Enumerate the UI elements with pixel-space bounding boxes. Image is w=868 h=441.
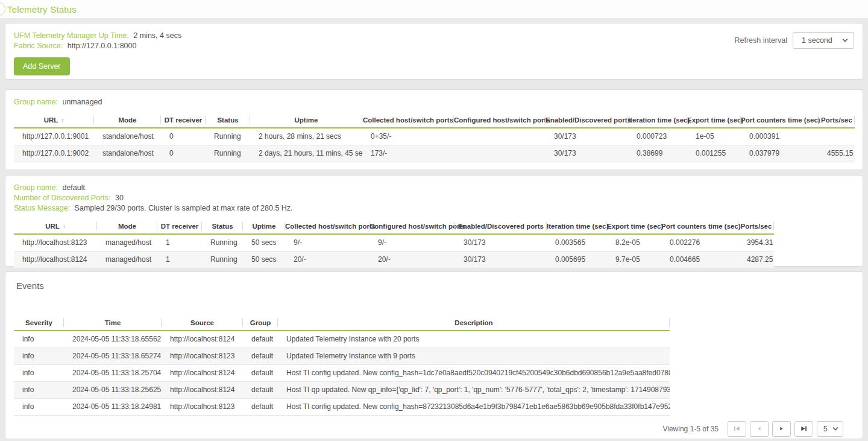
table-cell: 0.002276 bbox=[661, 234, 738, 251]
first-page-button[interactable] bbox=[728, 421, 746, 437]
table-cell: 2 days, 21 hours, 11 mins, 45 secs bbox=[250, 145, 362, 162]
table-cell: Running bbox=[202, 234, 243, 251]
column-header[interactable]: Status bbox=[202, 218, 243, 234]
column-header[interactable]: Severity bbox=[14, 315, 64, 331]
table-cell: 2024-05-05 11:33:18.256252 bbox=[64, 381, 162, 398]
column-header[interactable]: Configured host/switch ports bbox=[370, 218, 455, 234]
table-cell: info bbox=[14, 398, 64, 415]
discovered-ports-value: 30 bbox=[115, 194, 124, 202]
events-panel: Events SeverityTimeSourceGroupDescriptio… bbox=[5, 271, 863, 439]
refresh-interval-select[interactable]: 1 second bbox=[793, 32, 854, 49]
column-header[interactable]: Status bbox=[206, 112, 250, 128]
fabric-source-label: Fabric Source: bbox=[14, 42, 63, 50]
table-cell: 2024-05-05 11:33:18.249813 bbox=[64, 398, 162, 415]
column-header[interactable]: Collected host/switch ports bbox=[362, 112, 454, 128]
table-cell bbox=[454, 128, 546, 145]
column-header[interactable]: Uptime bbox=[250, 112, 362, 128]
events-table: SeverityTimeSourceGroupDescriptioninfo20… bbox=[14, 315, 670, 416]
pagination-summary: Viewing 1-5 of 35 bbox=[662, 425, 719, 433]
table-cell: 20/- bbox=[285, 251, 370, 268]
column-header[interactable]: Configured host/switch ports bbox=[454, 112, 546, 128]
group-name-value: default bbox=[62, 183, 85, 192]
table-row: http://localhost:8124managed/host1Runnin… bbox=[14, 251, 774, 268]
table-cell bbox=[819, 128, 855, 145]
next-page-button[interactable] bbox=[772, 421, 791, 437]
column-header[interactable]: Ports/sec bbox=[819, 112, 855, 128]
status-message-value: Sampled 29/30 ports. Cluster is sampled … bbox=[75, 204, 293, 212]
table-row: http://127.0.0.1:9001standalone/host0Run… bbox=[14, 128, 855, 145]
table-cell: default bbox=[243, 331, 278, 347]
table-cell: 0.001255 bbox=[687, 145, 741, 162]
add-server-button[interactable]: Add Server bbox=[14, 57, 70, 75]
column-header[interactable]: Time bbox=[64, 315, 162, 331]
table-cell: http://127.0.0.1:9001 bbox=[14, 128, 94, 145]
column-header[interactable]: Ports/sec bbox=[738, 218, 774, 234]
table-cell: Running bbox=[206, 128, 250, 145]
table-cell: 30/173 bbox=[546, 128, 628, 145]
group-name-label: Group name: bbox=[14, 183, 58, 192]
table-cell: 50 secs bbox=[243, 251, 285, 268]
column-header[interactable]: URL↑ bbox=[14, 218, 97, 234]
table-cell: managed/host bbox=[97, 234, 157, 251]
discovered-ports-label: Number of Discovered Ports: bbox=[14, 194, 110, 202]
table-cell: managed/host bbox=[97, 251, 157, 268]
group-name-value: unmanaged bbox=[62, 98, 102, 106]
column-header[interactable]: Enabled/Discovered ports bbox=[546, 112, 628, 128]
table-cell: 30/173 bbox=[546, 145, 628, 162]
fabric-source-value: http://127.0.0.1:8000 bbox=[68, 42, 137, 50]
prev-page-icon bbox=[756, 425, 763, 432]
status-message-label: Status Message: bbox=[14, 204, 70, 212]
column-header[interactable]: Port counters time (sec) bbox=[661, 218, 738, 234]
table-cell: info bbox=[14, 331, 64, 347]
column-header[interactable]: URL↑ bbox=[14, 112, 94, 128]
table-cell: default bbox=[243, 347, 278, 364]
column-header[interactable]: Mode bbox=[97, 218, 157, 234]
first-page-icon bbox=[734, 425, 740, 432]
column-header[interactable]: Mode bbox=[94, 112, 161, 128]
column-header[interactable]: DT receiver bbox=[161, 112, 206, 128]
column-header[interactable]: Uptime bbox=[243, 218, 285, 234]
column-header[interactable]: Enabled/Discovered ports bbox=[455, 218, 547, 234]
table-cell: default bbox=[243, 398, 278, 415]
table-cell bbox=[454, 145, 546, 162]
column-header[interactable]: Iteration time (sec) bbox=[547, 218, 607, 234]
table-cell: 3954.31 bbox=[738, 234, 774, 251]
group-panel-default: Group name: default Number of Discovered… bbox=[5, 175, 863, 267]
column-header[interactable]: Description bbox=[278, 315, 670, 331]
table-cell: 0 bbox=[161, 128, 206, 145]
column-header[interactable]: Export time (sec) bbox=[687, 112, 741, 128]
table-cell: info bbox=[14, 381, 64, 398]
table-cell: 8.2e-05 bbox=[607, 234, 661, 251]
table-cell: 173/- bbox=[362, 145, 454, 162]
table-cell: Updated Telemetry Instance with 20 ports bbox=[278, 331, 670, 347]
events-title: Events bbox=[16, 281, 854, 291]
group-name-label: Group name: bbox=[14, 98, 58, 106]
table-cell: standalone/host bbox=[94, 128, 161, 145]
page-size-select[interactable]: 5 bbox=[817, 421, 843, 437]
table-cell: 4555.15 bbox=[819, 145, 855, 162]
table-cell: 1e-05 bbox=[687, 128, 741, 145]
table-row: info2024-05-05 11:33:18.655627http://loc… bbox=[14, 331, 670, 347]
last-page-button[interactable] bbox=[794, 421, 813, 437]
column-header[interactable]: DT receiver bbox=[157, 218, 202, 234]
column-header[interactable]: Iteration time (sec) bbox=[628, 112, 687, 128]
table-cell: 0.004665 bbox=[661, 251, 738, 268]
column-header[interactable]: Port counters time (sec) bbox=[741, 112, 819, 128]
table-cell: 9/- bbox=[370, 234, 455, 251]
table-cell: 0.005695 bbox=[547, 251, 607, 268]
sort-asc-icon: ↑ bbox=[63, 223, 66, 230]
table-cell: 0.003565 bbox=[547, 234, 607, 251]
table-cell: http://localhost:8124 bbox=[14, 251, 97, 268]
prev-page-button[interactable] bbox=[750, 421, 769, 437]
table-cell: 20/- bbox=[370, 251, 455, 268]
table-cell: info bbox=[14, 364, 64, 381]
column-header[interactable]: Group bbox=[243, 315, 278, 331]
column-header[interactable]: Source bbox=[162, 315, 243, 331]
column-header[interactable]: Export time (sec) bbox=[607, 218, 661, 234]
table-cell: http://localhost:8124 bbox=[162, 331, 243, 347]
events-pagination: Viewing 1-5 of 35 5 bbox=[14, 421, 843, 437]
uptime-label: UFM Telemetry Manager Up Time: bbox=[14, 31, 129, 40]
table-cell: 30/173 bbox=[455, 251, 547, 268]
table-row: info2024-05-05 11:33:18.652747http://loc… bbox=[14, 347, 670, 364]
column-header[interactable]: Collected host/switch ports bbox=[285, 218, 370, 234]
